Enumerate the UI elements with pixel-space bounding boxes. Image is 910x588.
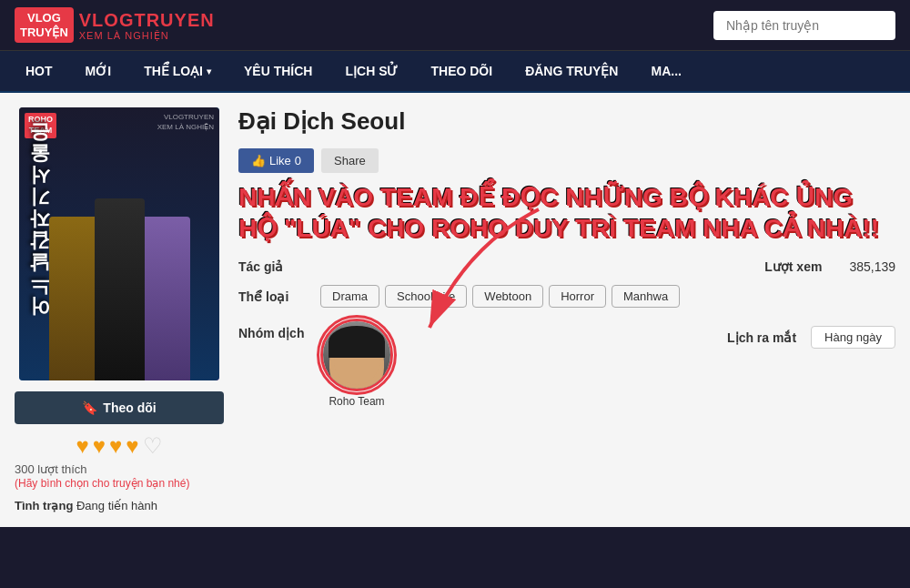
views-value: 385,139 [849, 259, 895, 274]
nav-item-yeuthich[interactable]: YÊU THÍCH [228, 51, 329, 91]
cover-watermark: VLOGTRUYEN XEM LÀ NGHIỆN [157, 113, 214, 132]
star-5[interactable]: ♡ [143, 433, 163, 459]
like-button[interactable]: 👍 Like 0 [238, 148, 314, 173]
chevron-down-icon: ▾ [207, 66, 211, 76]
status-label: Tình trạng [15, 499, 73, 512]
tag-school[interactable]: School Life [385, 285, 467, 308]
star-rating[interactable]: ♥ ♥ ♥ ♥ ♡ [76, 433, 163, 459]
rating-count: 300 lượt thích (Hãy bình chọn cho truyện… [15, 462, 224, 490]
genre-tags: Drama School Life Webtoon Horror Manhwa [320, 285, 680, 308]
star-4[interactable]: ♥ [126, 433, 138, 459]
main-content: ROHO TEAM VLOGTRUYEN XEM LÀ NGHIỆN 어느날갑자… [0, 93, 910, 527]
star-2[interactable]: ♥ [93, 433, 106, 459]
promo-text: NHẤN VÀO TEAM ĐỂ ĐỌC NHỮNG BỘ KHÁC ỦNG H… [238, 182, 895, 243]
rating-hint[interactable]: (Hãy bình chọn cho truyện bạn nhé) [15, 477, 189, 490]
character-2 [95, 198, 145, 380]
character-1 [49, 217, 99, 380]
translator-avatar[interactable] [320, 319, 393, 391]
follow-button[interactable]: 🔖 Theo dõi [15, 391, 224, 424]
tag-drama[interactable]: Drama [320, 285, 379, 308]
genre-label: Thể loại [238, 289, 311, 304]
translator-name: Roho Team [329, 395, 384, 408]
nav-item-theloai[interactable]: THỂ LOẠI ▾ [127, 51, 228, 91]
manga-cover: ROHO TEAM VLOGTRUYEN XEM LÀ NGHIỆN 어느날갑자… [19, 107, 219, 380]
manga-title: Đại Dịch Seoul [238, 107, 895, 136]
translator-wrapper: Roho Team [320, 319, 393, 408]
logo-main-text: VLOGTRUYEN [79, 10, 215, 30]
star-1[interactable]: ♥ [76, 433, 89, 459]
action-buttons: 👍 Like 0 Share [238, 148, 895, 173]
logo-icon: VLOG TRUYỆN [15, 7, 74, 43]
bookmark-icon: 🔖 [82, 400, 97, 415]
tag-manhwa[interactable]: Manhwa [612, 285, 680, 308]
logo-sub-text: XEM LÀ NGHIỆN [79, 30, 215, 41]
status-row: Tình trạng Đang tiến hành [15, 499, 224, 512]
nav-bar: HOT MỚI THỂ LOẠI ▾ YÊU THÍCH LỊCH SỬ THE… [0, 51, 910, 93]
nav-item-lichsu[interactable]: LỊCH SỬ [329, 51, 414, 91]
logo-text: VLOGTRUYEN XEM LÀ NGHIỆN [79, 10, 215, 41]
character-3 [140, 217, 190, 380]
right-panel: Đại Dịch Seoul 👍 Like 0 Share NHẤN VÀO T… [238, 107, 895, 512]
search-input[interactable] [713, 11, 895, 40]
star-3[interactable]: ♥ [109, 433, 122, 459]
views-label: Lượt xem [764, 259, 822, 274]
nav-item-more[interactable]: MA... [634, 51, 697, 91]
nav-item-hot[interactable]: HOT [9, 51, 69, 91]
share-button[interactable]: Share [321, 148, 379, 173]
logo[interactable]: VLOG TRUYỆN VLOGTRUYEN XEM LÀ NGHIỆN [15, 7, 215, 43]
nav-item-moi[interactable]: MỚI [69, 51, 128, 91]
tag-webtoon[interactable]: Webtoon [472, 285, 543, 308]
tag-horror[interactable]: Horror [549, 285, 606, 308]
translator-label: Nhóm dịch [238, 319, 311, 340]
author-label: Tác giả [238, 259, 283, 274]
thumbs-up-icon: 👍 [251, 154, 266, 167]
cover-characters [19, 180, 219, 380]
left-panel: ROHO TEAM VLOGTRUYEN XEM LÀ NGHIỆN 어느날갑자… [15, 107, 224, 512]
nav-item-dangtruyen[interactable]: ĐĂNG TRUYỆN [509, 51, 634, 91]
header: VLOG TRUYỆN VLOGTRUYEN XEM LÀ NGHIỆN [0, 0, 910, 51]
status-value: Đang tiến hành [76, 499, 157, 512]
nav-item-theodoi[interactable]: THEO DÕI [414, 51, 509, 91]
release-value: Hàng ngày [811, 326, 895, 349]
release-label: Lịch ra mắt [727, 330, 796, 345]
